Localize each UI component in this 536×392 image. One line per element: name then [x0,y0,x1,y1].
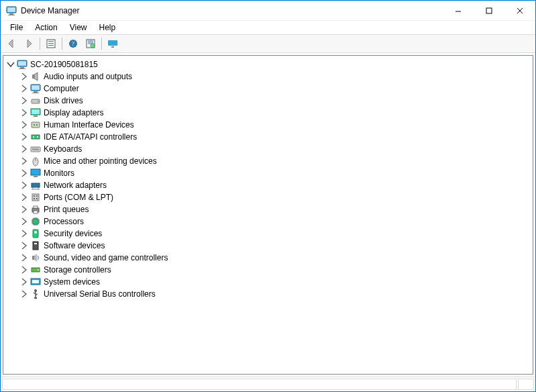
tree-category-node[interactable]: Network adapters [18,179,531,191]
show-hide-console-tree-button[interactable] [43,36,59,51]
ide-icon [30,132,41,142]
tree-category-label: System devices [44,277,100,287]
network-icon [30,180,41,191]
tree-category-node[interactable]: System devices [18,276,531,288]
expand-icon[interactable] [19,229,29,238]
tree-category-label: Security devices [44,229,102,238]
disk-icon [30,95,41,106]
expand-icon[interactable] [19,84,29,93]
device-manager-window: Device Manager File Action View Help [0,0,536,392]
expand-icon[interactable] [19,96,29,105]
computer-icon [30,83,41,94]
window-title: Device Manager [21,6,79,15]
tree-category-label: Print queues [44,205,89,214]
tree-category-node[interactable]: Mice and other pointing devices [18,155,531,167]
tree-root-node[interactable]: SC-201905081815 [5,58,531,70]
maximize-button[interactable] [474,1,504,21]
forward-button[interactable] [21,36,37,51]
menu-view[interactable]: View [64,22,93,33]
hid-icon [30,119,41,130]
tree-category-label: Storage controllers [44,265,111,275]
tree-category-node[interactable]: Universal Serial Bus controllers [18,288,531,300]
close-button[interactable] [504,1,535,21]
toolbar-separator [101,38,102,50]
tree-category-node[interactable]: Storage controllers [18,264,531,276]
tree-category-label: Display adapters [44,108,103,117]
tree-category-node[interactable]: Sound, video and game controllers [18,252,531,264]
tree-category-node[interactable]: Computer [18,83,531,95]
display-icon [30,107,41,118]
tree-category-node[interactable]: Monitors [18,167,531,179]
tree-category-label: Sound, video and game controllers [44,253,168,262]
expand-icon[interactable] [19,156,29,166]
status-grip [518,379,534,390]
expand-icon[interactable] [19,289,29,299]
software-icon [30,240,41,251]
expand-icon[interactable] [19,205,29,214]
statusbar [1,377,535,391]
system-icon [30,277,41,287]
expand-icon[interactable] [19,193,29,202]
menu-action[interactable]: Action [30,22,62,33]
tree-category-label: Keyboards [44,144,82,154]
usb-icon [30,289,41,299]
tree-category-label: Processors [44,217,84,226]
tree-category-node[interactable]: Processors [18,215,531,228]
titlebar: Device Manager [1,1,535,21]
toolbar-separator [40,38,40,50]
tree-root-label: SC-201905081815 [30,60,98,69]
expand-icon[interactable] [19,72,29,81]
help-button[interactable] [65,36,81,51]
back-button[interactable] [3,36,19,51]
expand-icon[interactable] [19,144,29,154]
tree-category-node[interactable]: Security devices [18,228,531,240]
expand-icon[interactable] [19,181,29,190]
expand-icon[interactable] [19,168,29,178]
collapse-icon[interactable] [6,60,15,69]
tree-category-node[interactable]: Ports (COM & LPT) [18,191,531,203]
status-cell [2,379,517,390]
view-devices-button[interactable] [105,36,121,51]
expand-icon[interactable] [19,253,29,262]
minimize-button[interactable] [443,1,474,21]
expand-icon[interactable] [19,217,29,226]
toolbar [1,34,535,53]
printer-icon [30,204,41,215]
tree-category-label: Universal Serial Bus controllers [44,289,156,299]
menubar: File Action View Help [1,21,535,34]
storage-icon [30,264,41,275]
tree-category-label: Disk drives [44,96,83,105]
toolbar-separator [62,38,62,50]
cpu-icon [30,216,41,227]
tree-category-node[interactable]: IDE ATA/ATAPI controllers [18,131,531,143]
tree-category-node[interactable]: Keyboards [18,143,531,155]
expand-icon[interactable] [19,132,29,142]
ports-icon [30,192,41,203]
tree-category-node[interactable]: Human Interface Devices [18,119,531,131]
sound-icon [30,252,41,263]
scan-hardware-button[interactable] [83,36,99,51]
tree-category-label: Ports (COM & LPT) [44,193,113,202]
tree-category-node[interactable]: Print queues [18,203,531,215]
app-icon [6,5,17,16]
tree-category-label: IDE ATA/ATAPI controllers [44,132,137,142]
speaker-icon [30,71,41,82]
tree-category-label: Monitors [44,168,74,178]
device-tree-pane[interactable]: SC-201905081815 Audio inputs and outputs… [3,55,533,375]
computer-icon [17,59,28,70]
expand-icon[interactable] [19,277,29,287]
expand-icon[interactable] [19,241,29,250]
expand-icon[interactable] [19,108,29,117]
expand-icon[interactable] [19,265,29,275]
tree-category-node[interactable]: Audio inputs and outputs [18,70,531,83]
tree-category-node[interactable]: Display adapters [18,107,531,119]
menu-help[interactable]: Help [94,22,121,33]
tree-category-node[interactable]: Software devices [18,240,531,252]
tree-category-node[interactable]: Disk drives [18,95,531,107]
mouse-icon [30,156,41,166]
tree-category-label: Software devices [44,241,105,250]
monitor-icon [30,168,41,179]
menu-file[interactable]: File [5,22,28,33]
expand-icon[interactable] [19,120,29,130]
tree-category-label: Mice and other pointing devices [44,156,157,166]
